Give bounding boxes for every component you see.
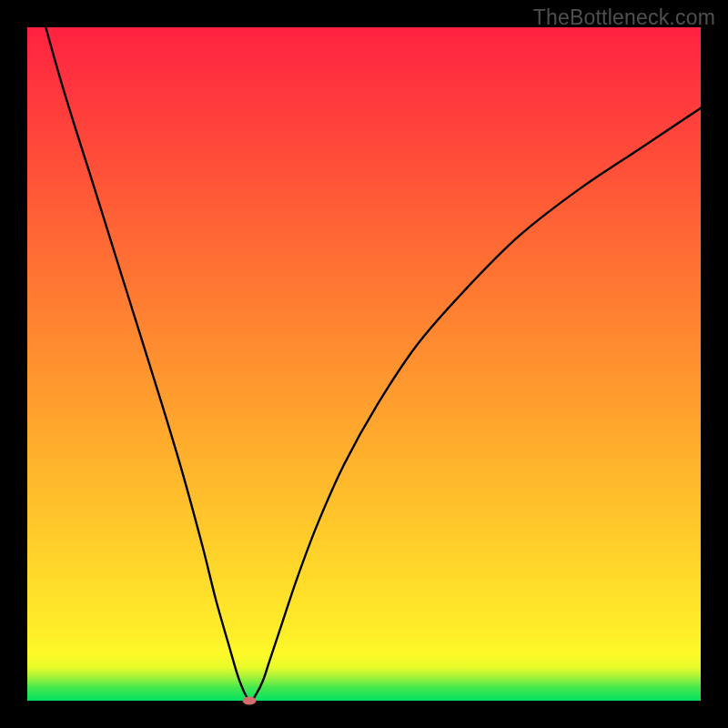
plot-area <box>27 27 701 701</box>
bottleneck-curve <box>27 27 701 701</box>
chart-frame: TheBottleneck.com <box>0 0 728 728</box>
watermark-text: TheBottleneck.com <box>533 5 715 30</box>
minimum-marker <box>243 697 257 705</box>
